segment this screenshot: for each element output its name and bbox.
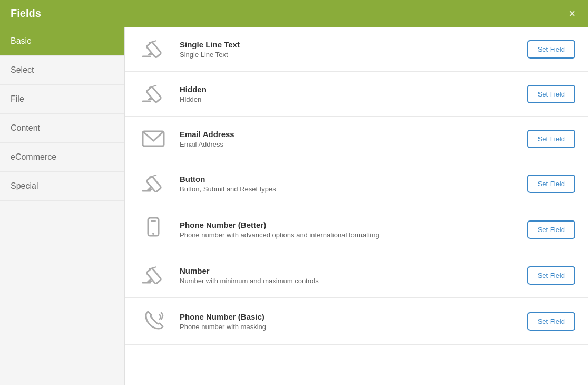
field-row: Number Number with minimum and maximum c…: [125, 253, 588, 298]
field-desc: Button, Submit and Reset types: [180, 185, 517, 193]
field-info: Button Button, Submit and Reset types: [180, 175, 517, 193]
field-desc: Single Line Text: [180, 51, 517, 59]
set-field-button-single-line[interactable]: Set Field: [527, 40, 575, 59]
set-field-button-phone-better[interactable]: Set Field: [527, 220, 575, 239]
field-info: Phone Number (Better) Phone number with …: [180, 220, 517, 239]
field-name: Hidden: [180, 85, 517, 94]
svg-point-14: [152, 233, 154, 235]
field-row: Button Button, Submit and Reset types Se…: [125, 161, 588, 206]
sidebar-item-ecommerce[interactable]: eCommerce: [0, 143, 124, 172]
field-row: Phone Number (Better) Phone number with …: [125, 206, 588, 253]
field-desc: Phone number with masking: [180, 323, 517, 331]
field-name: Single Line Text: [180, 40, 517, 49]
pencil-icon: [138, 263, 169, 288]
phone-icon: [138, 216, 169, 243]
modal-title: Fields: [11, 7, 41, 20]
sidebar: Basic Select File Content eCommerce Spec…: [0, 27, 125, 385]
sidebar-item-special[interactable]: Special: [0, 172, 124, 201]
set-field-button-button[interactable]: Set Field: [527, 175, 575, 193]
field-row: Phone Number (Basic) Phone number with m…: [125, 298, 588, 345]
field-name: Phone Number (Better): [180, 220, 517, 229]
svg-rect-17: [146, 268, 162, 284]
pencil-icon: [138, 36, 169, 62]
set-field-button-phone-basic[interactable]: Set Field: [527, 312, 575, 331]
field-info: Email Address Email Address: [180, 130, 517, 148]
close-button[interactable]: ×: [566, 8, 577, 20]
set-field-button-email[interactable]: Set Field: [527, 130, 575, 148]
field-desc: Hidden: [180, 95, 517, 103]
field-name: Button: [180, 175, 517, 184]
phone-basic-icon: [138, 307, 169, 335]
svg-rect-5: [146, 86, 162, 102]
pencil-icon: [138, 81, 169, 107]
modal-body: Basic Select File Content eCommerce Spec…: [0, 27, 588, 385]
field-desc: Email Address: [180, 140, 517, 148]
sidebar-item-content[interactable]: Content: [0, 114, 124, 143]
modal: Fields × Basic Select File Content eComm…: [0, 0, 588, 385]
email-icon: [138, 126, 169, 151]
content-area: Single Line Text Single Line Text Set Fi…: [125, 27, 588, 385]
svg-rect-10: [146, 176, 162, 192]
field-desc: Number with minimum and maximum controls: [180, 277, 517, 285]
field-row: Hidden Hidden Set Field: [125, 72, 588, 117]
field-name: Phone Number (Basic): [180, 312, 517, 321]
field-row: Email Address Email Address Set Field: [125, 117, 588, 161]
field-info: Phone Number (Basic) Phone number with m…: [180, 312, 517, 331]
set-field-button-hidden[interactable]: Set Field: [527, 85, 575, 103]
field-info: Number Number with minimum and maximum c…: [180, 266, 517, 285]
pencil-icon: [138, 171, 169, 196]
svg-rect-1: [146, 42, 162, 57]
field-desc: Phone number with advanced options and i…: [180, 231, 517, 239]
sidebar-item-basic[interactable]: Basic: [0, 27, 124, 56]
field-info: Hidden Hidden: [180, 85, 517, 103]
set-field-button-number[interactable]: Set Field: [527, 266, 575, 285]
sidebar-item-file[interactable]: File: [0, 85, 124, 114]
field-row: Single Line Text Single Line Text Set Fi…: [125, 27, 588, 72]
field-name: Email Address: [180, 130, 517, 139]
modal-header: Fields ×: [0, 0, 588, 27]
sidebar-item-select[interactable]: Select: [0, 56, 124, 85]
field-info: Single Line Text Single Line Text: [180, 40, 517, 59]
field-name: Number: [180, 266, 517, 275]
